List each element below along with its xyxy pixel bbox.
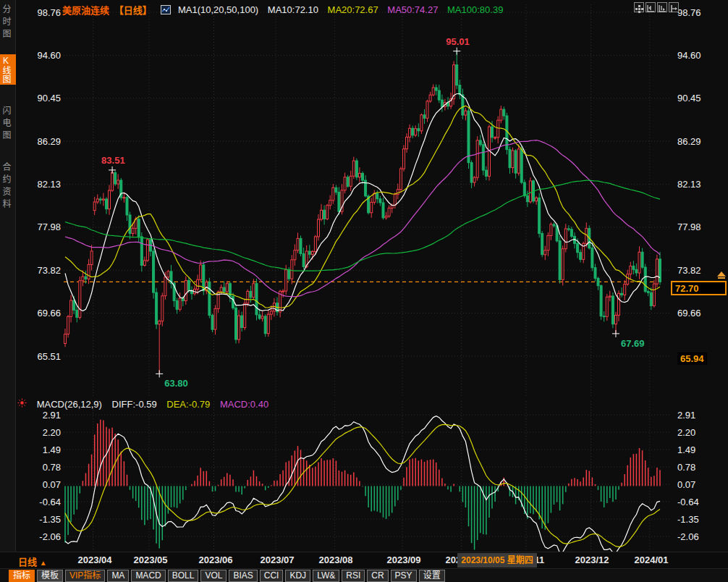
svg-text:94.60: 94.60	[677, 50, 701, 61]
last-price-box: 72.70	[671, 281, 727, 295]
indicator-toolbar: 指标模板VIP指标MAMACDBOLLVOLBIASCCIKDJLW&RSICR…	[0, 568, 728, 582]
symbol-name: 美原油连续	[62, 5, 109, 16]
svg-text:65.51: 65.51	[37, 351, 61, 362]
xaxis-month-label: 2023/07	[261, 554, 295, 565]
svg-text:-1.35: -1.35	[677, 514, 699, 525]
export-icon[interactable]	[669, 2, 679, 12]
ma-set-label: MA1(10,20,50,100)	[178, 4, 258, 15]
svg-text:69.66: 69.66	[37, 308, 61, 319]
period-selector[interactable]: 日线 ▲	[18, 554, 47, 568]
macd-title: MACD(26,12,9)	[37, 399, 102, 410]
dea-line	[65, 424, 660, 547]
svg-text:86.29: 86.29	[37, 136, 61, 147]
svg-text:90.45: 90.45	[677, 93, 701, 104]
macd-lines	[65, 416, 660, 552]
macd-legend: MACD(26,12,9) DIFF:-0.59 DEA:-0.79 MACD:…	[17, 398, 276, 410]
svg-text:1.49: 1.49	[43, 444, 61, 455]
svg-text:94.60: 94.60	[37, 50, 61, 61]
xaxis-month-label: 2024/01	[635, 554, 669, 565]
toolbar-button-kdj[interactable]: KDJ	[285, 570, 310, 582]
alert-price-label: 65.94	[677, 353, 707, 365]
toolbar-button-rsi[interactable]: RSI	[342, 570, 365, 582]
svg-text:69.66: 69.66	[677, 308, 701, 319]
toolbar-button-vol[interactable]: VOL	[200, 570, 227, 582]
sidebar-tab-flash[interactable]: 闪电图	[0, 106, 16, 143]
xaxis-month-label: 2023/08	[319, 554, 353, 565]
toolbar-button-macd[interactable]: MACD	[131, 570, 165, 582]
xaxis-month-label: 2023/05	[134, 554, 168, 565]
triangle-up-icon: ▲	[40, 559, 47, 567]
svg-text:-0.64: -0.64	[39, 497, 61, 507]
sidebar-tab-timeline[interactable]: 分时图	[0, 4, 16, 41]
svg-text:-2.06: -2.06	[677, 531, 699, 542]
svg-text:0.78: 0.78	[677, 462, 695, 473]
svg-text:86.29: 86.29	[677, 136, 701, 147]
macd-histogram	[65, 420, 660, 550]
toolbar-button-ma[interactable]: MA	[107, 570, 129, 582]
toolbar-button-psy[interactable]: PSY	[391, 570, 417, 582]
sidebar-tab-kline[interactable]: K线图	[0, 54, 16, 85]
ma100-value: MA100:80.39	[447, 4, 503, 15]
kline-app: 83.5163.8095.0167.6998.7698.7694.6094.60…	[0, 0, 728, 582]
period-tag: 【日线】	[114, 5, 152, 16]
extreme-price-label: 83.51	[101, 155, 125, 166]
macd-macd-value: MACD:0.40	[220, 399, 268, 410]
ma20-value: MA20:72.67	[328, 4, 378, 15]
svg-text:-2.06: -2.06	[39, 531, 61, 542]
toolbar-button-bias[interactable]: BIAS	[229, 570, 257, 582]
svg-text:82.13: 82.13	[677, 179, 701, 190]
toolbar-button-cr[interactable]: CR	[367, 570, 388, 582]
window-icon-bar	[634, 2, 679, 12]
svg-text:98.76: 98.76	[677, 7, 701, 18]
xaxis-month-label: 2023/09	[387, 554, 421, 565]
svg-text:0.07: 0.07	[677, 479, 695, 490]
ma10-value: MA10:72.10	[268, 4, 318, 15]
crosshair-date-box: 2023/10/05 星期四	[457, 553, 537, 568]
chart-canvas[interactable]: 83.5163.8095.0167.6998.7698.7694.6094.60…	[16, 0, 728, 552]
svg-text:2.20: 2.20	[677, 427, 695, 438]
svg-text:2.91: 2.91	[43, 410, 61, 421]
toolbar-button-lw[interactable]: LW&	[313, 570, 339, 582]
indicator-toggle-icon[interactable]	[17, 398, 27, 408]
svg-text:73.82: 73.82	[677, 265, 701, 276]
candlestick-chart-icon	[161, 5, 171, 14]
xaxis-month-label: 2023/06	[199, 554, 233, 565]
svg-text:82.13: 82.13	[37, 179, 61, 190]
xaxis-row: 日线 ▲ 2023/042023/052023/062023/072023/08…	[0, 552, 728, 568]
svg-text:77.98: 77.98	[37, 222, 61, 232]
scroll-to-latest-button[interactable]	[716, 271, 727, 280]
svg-text:2.20: 2.20	[43, 427, 61, 438]
toolbar-button-cci[interactable]: CCI	[260, 570, 284, 582]
sidebar: 分时图 K线图 闪电图 合约资料	[0, 0, 16, 552]
svg-text:-0.64: -0.64	[677, 497, 699, 507]
svg-text:90.45: 90.45	[37, 93, 61, 104]
sidebar-tab-contract[interactable]: 合约资料	[0, 162, 16, 211]
toolbar-button-boll[interactable]: BOLL	[168, 570, 199, 582]
toolbar-button-vip[interactable]: VIP指标	[65, 570, 105, 582]
chart-legend: 美原油连续 【日线】 MA1(10,20,50,100) MA10:72.10 …	[62, 3, 509, 14]
pan-axis-icon[interactable]	[657, 2, 667, 12]
zoom-axis-icon[interactable]	[646, 2, 656, 12]
toolbar-button-[interactable]: 指标	[9, 570, 35, 582]
move-icon[interactable]	[634, 2, 644, 12]
toolbar-button-[interactable]: 模板	[37, 570, 63, 582]
svg-text:-1.35: -1.35	[39, 514, 61, 525]
svg-text:0.78: 0.78	[43, 462, 61, 473]
svg-text:1.49: 1.49	[677, 444, 695, 455]
xaxis-month-label: 2023/04	[78, 554, 112, 565]
extreme-price-label: 95.01	[446, 36, 470, 47]
xaxis-month-label: 2023/12	[575, 554, 609, 565]
candlestick-series	[64, 51, 661, 374]
diff-line	[65, 416, 660, 552]
svg-text:98.76: 98.76	[37, 7, 61, 18]
macd-diff-value: DIFF:-0.59	[112, 399, 157, 410]
toolbar-button-[interactable]: 设置	[419, 570, 445, 582]
arrow-up-icon	[717, 271, 726, 277]
macd-dea-value: DEA:-0.79	[166, 399, 210, 410]
svg-text:77.98: 77.98	[677, 222, 701, 232]
extreme-price-label: 67.69	[621, 338, 645, 349]
svg-text:73.82: 73.82	[37, 265, 61, 276]
price-markers: 83.5163.8095.0167.69	[101, 36, 644, 389]
ma50-value: MA50:74.27	[387, 4, 438, 15]
svg-text:2.91: 2.91	[677, 410, 695, 421]
